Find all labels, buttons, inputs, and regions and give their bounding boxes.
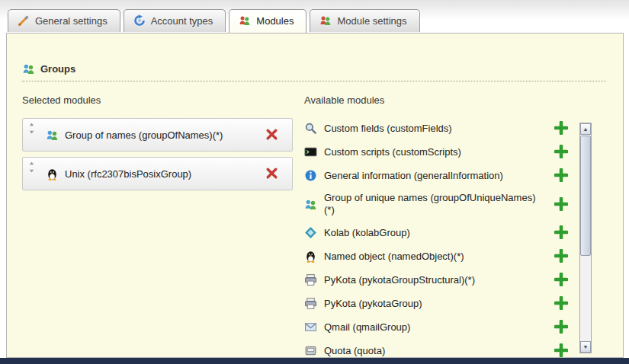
scroll-up-icon: ▲	[583, 126, 589, 132]
add-module-button[interactable]	[554, 225, 568, 240]
magnifier-icon	[304, 122, 317, 135]
info-icon	[304, 169, 317, 182]
gears-icon	[133, 14, 146, 27]
add-icon	[554, 343, 568, 357]
available-module-general-information: General information (generalInformation)	[304, 164, 573, 187]
selected-modules-heading: Selected modules	[22, 94, 293, 106]
kolab-icon	[304, 226, 317, 239]
available-module-kolab: Kolab (kolabGroup)	[304, 221, 573, 244]
add-icon	[554, 296, 568, 310]
tab-bar: General settings Account types Modules	[8, 9, 420, 32]
tab-label: General settings	[35, 15, 108, 27]
available-module-group-of-unique-names: Group of unique names (groupOfUniqueName…	[304, 187, 573, 221]
add-icon	[554, 121, 568, 135]
selected-module-label: Group of names (groupOfNames)(*)	[65, 129, 265, 141]
selected-module-unix[interactable]: Unix (rfc2307bisPosixGroup)	[22, 157, 293, 190]
available-module-label: General information (generalInformation)	[324, 170, 503, 182]
add-module-button[interactable]	[554, 343, 568, 358]
available-module-pykota: PyKota (pykotaGroup)	[304, 292, 573, 315]
available-module-label: Custom scripts (customScripts)	[324, 146, 461, 158]
modules-panel: Groups Selected modules Group of names (…	[6, 33, 624, 358]
available-module-label: Group of unique names (groupOfUniqueName…	[324, 192, 538, 216]
group-people-icon	[46, 129, 59, 142]
available-module-label: Kolab (kolabGroup)	[324, 227, 410, 239]
add-module-button[interactable]	[554, 197, 568, 212]
scroll-down-icon: ▼	[583, 344, 589, 350]
available-modules-scrollbar[interactable]: ▲ ▼	[579, 123, 592, 353]
add-icon	[554, 145, 568, 158]
delete-icon	[265, 167, 278, 180]
footer-bar	[0, 358, 629, 364]
available-module-pykota-structural: PyKota (pykotaGroupStructural)(*)	[304, 268, 573, 292]
add-module-button[interactable]	[554, 320, 568, 334]
selected-module-group-of-names[interactable]: Group of names (groupOfNames)(*)	[22, 118, 293, 152]
modules-icon	[239, 14, 251, 27]
group-people-icon	[304, 198, 317, 211]
tab-account-types[interactable]: Account types	[124, 9, 226, 32]
remove-module-button[interactable]	[265, 128, 278, 142]
remove-module-button[interactable]	[265, 167, 278, 180]
drag-handle-icon[interactable]	[28, 161, 35, 173]
disk-icon	[304, 344, 317, 357]
selected-module-label: Unix (rfc2307bisPosixGroup)	[65, 168, 265, 180]
printer-icon	[304, 297, 317, 310]
available-module-custom-fields: Custom fields (customFields)	[304, 117, 573, 140]
available-module-label: PyKota (pykotaGroup)	[324, 298, 422, 310]
groups-icon	[22, 62, 35, 75]
add-icon	[554, 320, 568, 334]
add-icon	[554, 273, 568, 286]
available-modules-column: Available modules Custom fields (customF…	[304, 94, 573, 362]
add-module-button[interactable]	[554, 168, 568, 183]
available-module-label: Qmail (qmailGroup)	[324, 321, 410, 334]
section-title: Groups	[40, 63, 75, 75]
tab-modules[interactable]: Modules	[229, 9, 306, 33]
tab-label: Modules	[256, 15, 294, 27]
tab-label: Account types	[151, 15, 213, 27]
add-module-button[interactable]	[554, 296, 568, 311]
add-module-button[interactable]	[554, 273, 568, 287]
add-icon	[554, 197, 568, 211]
available-modules-heading: Available modules	[304, 94, 573, 106]
modules-icon	[319, 14, 332, 27]
available-module-qmail: Qmail (qmailGroup)	[304, 315, 573, 339]
tools-icon	[18, 14, 30, 27]
tab-label: Module settings	[337, 15, 406, 27]
section-header: Groups	[22, 62, 606, 81]
scrollbar-thumb[interactable]	[580, 136, 591, 256]
delete-icon	[265, 128, 278, 141]
add-icon	[554, 225, 568, 239]
tux-icon	[304, 250, 317, 263]
drag-handle-icon[interactable]	[28, 123, 35, 134]
add-module-button[interactable]	[554, 145, 568, 159]
add-icon	[554, 249, 568, 263]
tab-module-settings[interactable]: Module settings	[310, 9, 419, 32]
add-module-button[interactable]	[554, 249, 568, 263]
scroll-up-button[interactable]: ▲	[580, 123, 591, 135]
available-module-label: Custom fields (customFields)	[324, 123, 452, 135]
printer-icon	[304, 273, 317, 286]
available-module-custom-scripts: Custom scripts (customScripts)	[304, 140, 573, 164]
page: General settings Account types Modules	[0, 0, 629, 364]
tab-general-settings[interactable]: General settings	[8, 9, 120, 32]
available-module-label: PyKota (pykotaGroupStructural)(*)	[324, 274, 475, 286]
terminal-icon	[304, 145, 317, 158]
add-module-button[interactable]	[554, 121, 568, 136]
add-icon	[554, 168, 568, 182]
selected-modules-column: Selected modules Group of names (groupOf…	[22, 94, 293, 196]
scroll-down-button[interactable]: ▼	[580, 341, 591, 353]
available-module-label: Named object (namedObject)(*)	[324, 251, 464, 263]
available-module-named-object: Named object (namedObject)(*)	[304, 244, 573, 268]
tux-icon	[46, 168, 59, 180]
available-module-label: Quota (quota)	[324, 345, 385, 357]
mail-icon	[304, 321, 317, 334]
